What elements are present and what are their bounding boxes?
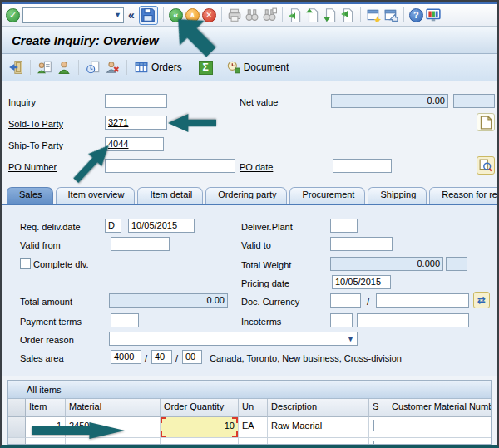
- status-overview-icon[interactable]: [86, 60, 101, 75]
- po-date-label: PO date: [240, 162, 273, 175]
- valid-to-field[interactable]: [330, 237, 393, 251]
- search-documents-button[interactable]: [477, 156, 495, 175]
- title-bar: Create Inquiry: Overview: [2, 27, 497, 54]
- annotation-arrow-item-row: [32, 421, 125, 440]
- page-title: Create Inquiry: Overview: [12, 33, 159, 47]
- system-toolbar: ✓ ▼ « « ∧ ✕ ?: [2, 4, 497, 27]
- application-toolbar: Orders Σ Document: [2, 54, 497, 81]
- valid-from-label: Valid from: [20, 240, 61, 253]
- sales-area-label: Sales area: [20, 353, 64, 366]
- deliver-plant-field[interactable]: [330, 219, 358, 233]
- exit-transaction-icon[interactable]: [8, 60, 23, 75]
- total-weight-label: Total Weight: [241, 260, 291, 273]
- doc-currency-field[interactable]: [330, 293, 361, 308]
- orders-button[interactable]: Orders: [134, 60, 182, 75]
- reject-partner-icon[interactable]: [105, 60, 120, 75]
- help-button[interactable]: ?: [409, 8, 423, 22]
- row-selector[interactable]: [8, 417, 26, 438]
- enter-button[interactable]: ✓: [6, 8, 20, 22]
- distribution-channel-field[interactable]: 40: [151, 350, 172, 364]
- customize-layout-icon[interactable]: [426, 7, 441, 22]
- annotation-arrow-sold-to: [168, 113, 216, 133]
- complete-dlv-label: Complete dlv.: [33, 259, 88, 272]
- column-header-item[interactable]: Item: [26, 399, 66, 417]
- payment-terms-field[interactable]: [111, 313, 139, 327]
- description-cell[interactable]: [268, 438, 369, 445]
- collapse-command-bar-button[interactable]: «: [126, 8, 136, 22]
- sold-to-party-icon[interactable]: [57, 60, 72, 75]
- order-quantity-cell[interactable]: 10: [161, 417, 239, 438]
- tab-item-overview[interactable]: Item overview: [56, 187, 136, 204]
- find-icon[interactable]: [245, 7, 259, 22]
- column-header-material[interactable]: Material: [66, 399, 161, 417]
- sold-to-party-field[interactable]: 3271: [105, 116, 167, 130]
- customer-material-cell[interactable]: [388, 438, 491, 445]
- po-number-label: PO Number: [8, 162, 57, 175]
- incoterms-text-field[interactable]: [357, 313, 469, 327]
- new-session-icon[interactable]: [366, 7, 381, 22]
- exchange-rate-field[interactable]: [376, 293, 469, 308]
- first-page-icon[interactable]: [288, 7, 303, 22]
- s-checkbox[interactable]: [373, 420, 374, 431]
- tab-item-detail[interactable]: Item detail: [137, 187, 203, 204]
- selection-corner-icon: [232, 417, 238, 423]
- select-all-header-cell[interactable]: [8, 399, 26, 417]
- column-header-un[interactable]: Un: [239, 399, 268, 417]
- partner-document-icon[interactable]: [37, 60, 52, 75]
- question-mark-icon: ?: [413, 11, 419, 20]
- sap-window: ✓ ▼ « « ∧ ✕ ? Create Inquiry: Overview: [0, 0, 499, 448]
- toolbar-separator: [163, 7, 164, 22]
- toolbar-separator: [403, 7, 404, 22]
- column-header-s[interactable]: S: [369, 399, 388, 417]
- po-date-field[interactable]: [333, 159, 392, 173]
- s-cell: [369, 417, 388, 438]
- net-value-field: 0.00: [331, 94, 448, 108]
- description-cell[interactable]: Raw Maerial: [268, 417, 369, 438]
- back-arrow-icon: «: [173, 11, 178, 20]
- inquiry-field[interactable]: [105, 94, 167, 108]
- req-deliv-date-field[interactable]: 10/05/2015: [128, 219, 195, 233]
- unit-cell[interactable]: [239, 438, 268, 445]
- pricing-date-field[interactable]: 10/05/2015: [332, 275, 391, 289]
- tab-procurement[interactable]: Procurement: [289, 187, 365, 204]
- column-header-customer-material[interactable]: Customer Material Numb: [388, 399, 491, 417]
- column-header-order-quantity[interactable]: Order Quantity: [161, 399, 239, 417]
- items-table-header: Item Material Order Quantity Un Descript…: [8, 399, 491, 417]
- create-document-button[interactable]: [477, 113, 495, 131]
- ship-to-party-label: Ship-To Party: [8, 140, 63, 153]
- tab-reason-for-rejection[interactable]: Reason for rejection: [429, 187, 497, 204]
- division-field[interactable]: 00: [182, 350, 202, 364]
- clock-document-icon: [226, 60, 241, 75]
- complete-dlv-checkbox[interactable]: [20, 258, 31, 269]
- save-button[interactable]: [139, 6, 158, 25]
- incoterms-code-field[interactable]: [330, 313, 353, 327]
- net-value-label: Net value: [240, 97, 278, 110]
- customer-material-cell[interactable]: [388, 417, 491, 438]
- currency-exchange-button[interactable]: ⇄: [473, 292, 490, 308]
- document-button[interactable]: Document: [226, 60, 289, 75]
- orders-button-label: Orders: [151, 62, 182, 73]
- valid-from-field[interactable]: [111, 237, 170, 251]
- create-shortcut-icon[interactable]: [383, 7, 398, 22]
- order-quantity-cell[interactable]: [161, 438, 239, 445]
- tab-ordering-party[interactable]: Ordering party: [205, 187, 287, 204]
- s-checkbox[interactable]: [373, 441, 374, 445]
- last-page-icon[interactable]: [340, 7, 355, 22]
- tab-sales[interactable]: Sales: [7, 187, 53, 204]
- command-field[interactable]: ▼: [22, 7, 124, 23]
- page-up-icon[interactable]: [305, 7, 320, 22]
- page-down-icon[interactable]: [323, 7, 338, 22]
- print-icon[interactable]: [227, 7, 242, 22]
- column-header-description[interactable]: Description: [268, 399, 369, 417]
- po-number-field[interactable]: [105, 159, 235, 173]
- row-selector[interactable]: [8, 438, 26, 445]
- unit-cell[interactable]: EA: [239, 417, 268, 438]
- sales-org-field[interactable]: 4000: [111, 350, 141, 364]
- inquiry-label: Inquiry: [8, 97, 36, 110]
- order-reason-dropdown[interactable]: ▼: [109, 332, 358, 346]
- selection-corner-icon: [161, 417, 166, 423]
- req-deliv-type-field[interactable]: D: [105, 219, 121, 233]
- find-next-icon[interactable]: [262, 7, 277, 22]
- all-items-title: All items: [27, 385, 62, 395]
- tab-shipping[interactable]: Shipping: [368, 187, 427, 204]
